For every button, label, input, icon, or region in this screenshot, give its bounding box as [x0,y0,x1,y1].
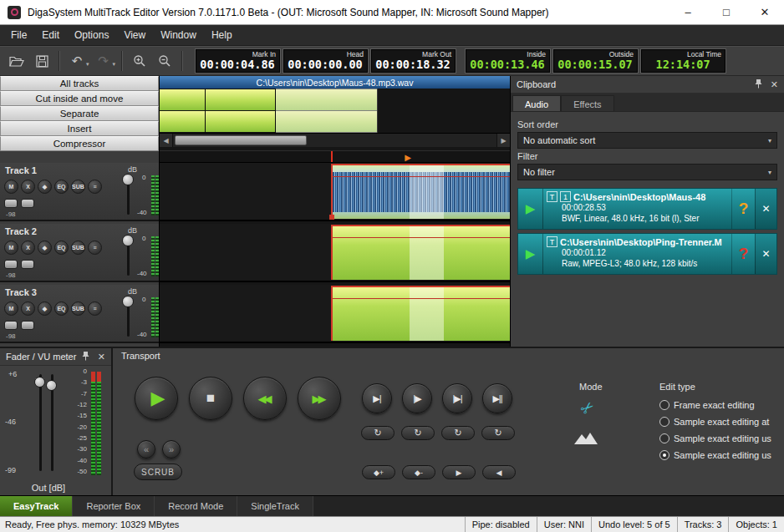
edit-radio-0[interactable]: Frame exact editing [659,400,784,410]
nudge-right-button[interactable]: » [162,440,181,459]
sort-order-select[interactable]: No automatic sort ▾ [517,132,777,149]
redo-icon[interactable]: ↷ [93,50,115,72]
track-knob[interactable] [21,260,34,269]
horizontal-scrollbar[interactable]: ◀ ▶ [160,133,510,147]
fast-forward-button[interactable]: ▶▶ [298,377,341,420]
item-remove-button[interactable]: ✕ [755,189,776,229]
track-sub-button[interactable]: SUB [71,301,85,316]
tool-button-separate[interactable]: Separate [0,106,159,121]
track-3-lane[interactable] [160,285,510,343]
edit-radio-2[interactable]: Sample exact editing us [659,433,784,443]
track-knob[interactable] [4,199,18,208]
envelope-icon[interactable] [574,432,598,448]
track-1-lane[interactable] [160,163,510,221]
scroll-right-arrow[interactable]: ▶ [496,134,510,147]
play-between-marks-button[interactable]: |▶| [442,383,472,413]
tab-audio[interactable]: Audio [512,95,561,111]
tool-button-cut-inside-and-move[interactable]: Cut inside and move [0,91,159,106]
tab-effects[interactable]: Effects [561,95,613,111]
track-2-lane[interactable] [160,224,510,282]
close-panel-icon[interactable]: ✕ [98,352,105,362]
undo-dropdown-caret[interactable]: ▾ [86,61,89,68]
track-menu-button[interactable]: ≡ [88,241,102,255]
maximize-button[interactable]: □ [707,0,746,24]
audio-clip[interactable] [331,164,510,219]
track-fader-thumb[interactable] [122,174,134,185]
track-knob[interactable] [21,321,34,330]
menu-options[interactable]: Options [67,26,116,44]
zoom-out-icon[interactable] [154,50,176,72]
pin-icon[interactable] [755,79,762,90]
menu-file[interactable]: File [3,26,34,44]
minimize-button[interactable]: – [669,0,707,24]
envelope-line[interactable] [331,237,510,238]
timeline-marker-icon[interactable]: ▶ [405,152,411,163]
track-sub-button[interactable]: SUB [71,241,85,255]
scroll-left-arrow[interactable]: ◀ [160,134,173,147]
loop-button[interactable]: ↻ [401,426,435,440]
zoom-in-icon[interactable] [129,50,150,72]
menu-help[interactable]: Help [204,26,240,44]
tab-singletrack[interactable]: SingleTrack [237,496,313,516]
overview-waveform[interactable] [160,89,510,133]
close-button[interactable]: ✕ [746,0,784,24]
track-x-button[interactable]: X [21,301,35,316]
play-from-mark-button[interactable]: |▶ [402,383,432,413]
track-pan-button[interactable]: ◆ [38,180,52,194]
track-sub-button[interactable]: SUB [71,180,85,194]
clip-left-edge[interactable] [331,164,333,219]
track-mute-button[interactable]: M [4,301,18,316]
timeline-ruler[interactable]: ▶ [160,150,510,163]
track-fader-thumb[interactable] [122,235,134,246]
track-fader-thumb[interactable] [122,296,134,307]
playhead-marker[interactable] [331,151,333,162]
track-x-button[interactable]: X [21,241,35,255]
track-knob[interactable] [21,199,34,208]
track-knob[interactable] [4,321,18,330]
edit-radio-3[interactable]: Sample exact editing us [659,450,784,460]
track-eq-button[interactable]: EQ [54,241,69,255]
track-mute-button[interactable]: M [4,180,18,194]
loop-button[interactable]: ↻ [361,426,395,440]
track-menu-button[interactable]: ≡ [88,180,102,194]
fade-in-button[interactable]: ◆+ [362,465,395,479]
loop-button[interactable]: ↻ [441,426,475,440]
track-knob[interactable] [4,260,18,269]
tab-reporter-box[interactable]: Reporter Box [73,496,155,516]
track-mute-button[interactable]: M [4,241,18,255]
stop-button[interactable]: ■ [189,377,232,420]
clip-left-edge[interactable] [331,286,333,341]
play-over-cut-button[interactable]: ▶|| [482,383,512,413]
track-eq-button[interactable]: EQ [54,180,69,194]
close-panel-icon[interactable]: ✕ [771,79,778,90]
play-to-mark-button[interactable]: ▶| [362,383,392,413]
open-folder-icon[interactable] [6,50,28,72]
loop-button[interactable]: ↻ [481,426,515,440]
clipboard-item[interactable]: ▶ T C:\Users\nin\Desktop\Ping-Trenner.M … [517,233,777,275]
track-menu-button[interactable]: ≡ [88,301,102,316]
clip-left-edge[interactable] [331,225,333,280]
pin-icon[interactable] [82,351,89,362]
scrollbar-thumb[interactable] [175,135,307,145]
rewind-button[interactable]: ◀◀ [243,377,287,420]
item-play-button[interactable]: ▶ [518,234,543,274]
envelope-line[interactable] [331,176,510,177]
track-eq-button[interactable]: EQ [54,301,69,316]
master-fader-thumb[interactable] [34,377,45,388]
tab-easytrack[interactable]: EasyTrack [0,496,73,516]
audio-clip[interactable] [331,286,510,341]
scissors-icon[interactable]: ✂ [576,397,598,420]
track-pan-button[interactable]: ◆ [38,241,52,255]
envelope-line[interactable] [331,298,510,299]
menu-view[interactable]: View [116,26,153,44]
menu-window[interactable]: Window [153,26,204,44]
tool-button-all-tracks[interactable]: All tracks [0,76,159,91]
master-fader-thumb[interactable] [46,380,57,391]
mark-in-handle[interactable] [329,215,334,220]
fade-out-button[interactable]: ◆- [402,465,435,479]
play-button[interactable]: ▶ [135,377,178,420]
master-fader-track[interactable] [39,374,42,471]
step-back-button[interactable]: ◀ [482,465,516,479]
tool-button-compressor[interactable]: Compressor [0,136,159,151]
scrub-button[interactable]: SCRUB [134,464,182,480]
